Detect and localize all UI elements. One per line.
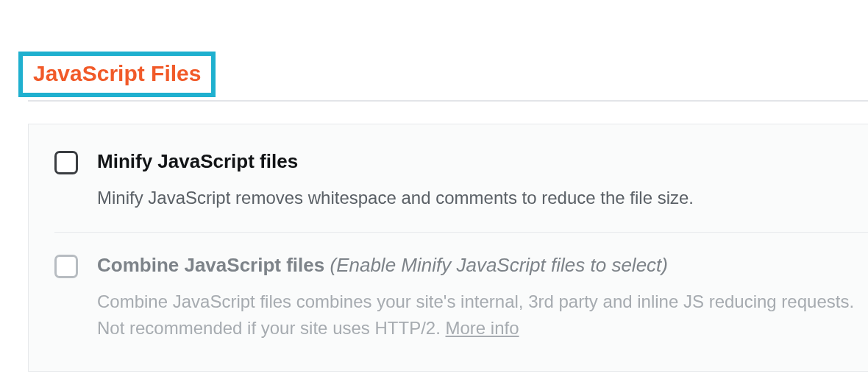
option-title: Combine JavaScript files (Enable Minify …: [97, 253, 868, 278]
checkbox-minify-js[interactable]: [54, 151, 78, 174]
section-header: JavaScript Files: [0, 0, 868, 97]
option-description: Combine JavaScript files combines your s…: [97, 289, 868, 342]
more-info-link[interactable]: More info: [446, 318, 519, 338]
option-minify-js: Minify JavaScript files Minify JavaScrip…: [54, 149, 868, 211]
option-hint: (Enable Minify JavaScript files to selec…: [330, 254, 668, 276]
option-divider: [54, 232, 868, 233]
option-combine-js: Combine JavaScript files (Enable Minify …: [54, 253, 868, 342]
settings-panel: Minify JavaScript files Minify JavaScrip…: [28, 124, 868, 372]
option-description: Minify JavaScript removes whitespace and…: [97, 185, 868, 211]
option-content: Combine JavaScript files (Enable Minify …: [97, 253, 868, 342]
section-divider: [28, 100, 868, 102]
option-content: Minify JavaScript files Minify JavaScrip…: [97, 149, 868, 211]
checkbox-combine-js: [54, 255, 78, 278]
section-title: JavaScript Files: [18, 52, 216, 97]
option-title: Minify JavaScript files: [97, 149, 868, 174]
option-title-text: Combine JavaScript files: [97, 254, 324, 276]
